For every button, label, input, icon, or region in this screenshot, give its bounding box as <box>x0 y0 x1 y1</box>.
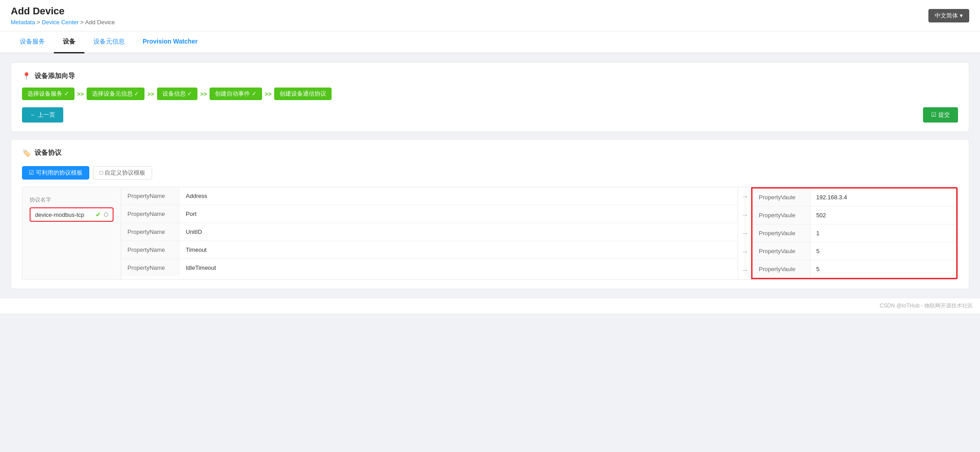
main-content: 📍 设备添加向导 选择设备服务 ✓ >> 选择设备元信息 ✓ >> 设备信息 ✓… <box>0 53 980 298</box>
step-4: 创建自动事件 ✓ <box>210 88 262 100</box>
right-prop-input-4[interactable] <box>811 262 956 276</box>
top-bar: Add Device Metadata > Device Center > Ad… <box>0 0 980 31</box>
step-arrow-3: >> <box>200 91 207 97</box>
template-tab-custom[interactable]: □ 自定义协议模板 <box>93 166 152 180</box>
step-5: 创建设备通信协议 <box>274 88 332 100</box>
footer-note: CSDN @IoTHub - 物联网开源技术社区 <box>0 298 980 313</box>
submit-button[interactable]: ☑ 提交 <box>923 107 958 123</box>
step-arrow-4: >> <box>265 91 271 97</box>
prop-name-3: PropertyName <box>121 241 179 259</box>
prop-name-2: PropertyName <box>121 223 179 241</box>
step-2: 选择设备元信息 ✓ <box>87 88 145 100</box>
protocol-title: 🏷️ 设备协议 <box>22 149 958 157</box>
right-prop-row-2: PropertyVaule <box>752 224 956 242</box>
wizard-card: 📍 设备添加向导 选择设备服务 ✓ >> 选择设备元信息 ✓ >> 设备信息 ✓… <box>11 62 969 132</box>
arrow-3: → <box>738 248 752 256</box>
prop-row-4: PropertyName IdleTimeout <box>121 259 738 276</box>
right-prop-name-2: PropertyVaule <box>752 224 811 242</box>
right-prop-name-0: PropertyVaule <box>752 189 811 206</box>
prop-value-4: IdleTimeout <box>179 259 738 276</box>
arrow-connectors: → → → → → <box>738 187 751 279</box>
back-button[interactable]: ← 上一页 <box>22 107 63 123</box>
step-arrow-2: >> <box>147 91 154 97</box>
step-1: 选择设备服务 ✓ <box>22 88 74 100</box>
step-arrow-1: >> <box>77 91 84 97</box>
breadcrumb-metadata[interactable]: Metadata <box>11 19 35 26</box>
prop-row-3: PropertyName Timeout <box>121 241 738 259</box>
tab-device-service[interactable]: 设备服务 <box>11 31 54 53</box>
prop-row-2: PropertyName UnitID <box>121 223 738 241</box>
right-prop-name-1: PropertyVaule <box>752 206 811 224</box>
template-tabs: ☑ 可利用的协议模板 □ 自定义协议模板 <box>22 166 958 180</box>
protocol-card: 🏷️ 设备协议 ☑ 可利用的协议模板 □ 自定义协议模板 协议名字 device… <box>11 139 969 289</box>
arrow-1: → <box>738 211 752 219</box>
prop-value-1: Port <box>179 205 738 223</box>
right-panel: PropertyVaule PropertyVaule PropertyVaul… <box>751 187 958 279</box>
protocol-body: 协议名字 device-modbus-tcp ✔ ⬡ PropertyName … <box>22 187 958 280</box>
protocol-select-text: device-modbus-tcp <box>35 211 93 218</box>
prop-name-1: PropertyName <box>121 205 179 223</box>
wizard-icon: 📍 <box>22 72 31 80</box>
right-prop-name-4: PropertyVaule <box>752 260 811 278</box>
right-prop-row-4: PropertyVaule <box>752 260 956 278</box>
right-prop-row-1: PropertyVaule <box>752 206 956 224</box>
prop-value-3: Timeout <box>179 241 738 259</box>
right-prop-input-1[interactable] <box>811 208 956 222</box>
right-prop-input-2[interactable] <box>811 226 956 240</box>
middle-panel: PropertyName Address PropertyName Port P… <box>121 187 738 279</box>
right-prop-row-0: PropertyVaule <box>752 189 956 206</box>
right-prop-name-3: PropertyVaule <box>752 242 811 260</box>
left-panel: 协议名字 device-modbus-tcp ✔ ⬡ <box>22 187 121 279</box>
arrow-4: → <box>738 266 752 274</box>
tab-provision-watcher[interactable]: Provision Watcher <box>134 31 206 53</box>
breadcrumb-device-center[interactable]: Device Center <box>42 19 79 26</box>
arrow-2: → <box>738 229 752 237</box>
tab-device[interactable]: 设备 <box>54 31 84 53</box>
prop-name-0: PropertyName <box>121 187 179 205</box>
arrow-0: → <box>738 193 752 201</box>
tab-device-meta[interactable]: 设备元信息 <box>84 31 134 53</box>
prop-row-1: PropertyName Port <box>121 205 738 223</box>
breadcrumb-current: Add Device <box>85 19 115 26</box>
prop-value-2: UnitID <box>179 223 738 241</box>
right-prop-row-3: PropertyVaule <box>752 242 956 260</box>
prop-name-4: PropertyName <box>121 259 179 276</box>
protocol-select-wrapper[interactable]: device-modbus-tcp ✔ ⬡ <box>30 207 114 222</box>
wizard-title: 📍 设备添加向导 <box>22 72 958 80</box>
right-prop-input-0[interactable] <box>811 190 956 204</box>
tab-bar: 设备服务 设备 设备元信息 Provision Watcher <box>0 31 980 53</box>
template-tab-available[interactable]: ☑ 可利用的协议模板 <box>22 166 89 180</box>
prop-row-0: PropertyName Address <box>121 187 738 205</box>
protocol-icon: 🏷️ <box>22 149 31 157</box>
page-title: Add Device <box>11 5 115 17</box>
lang-button[interactable]: 中文简体 ▾ <box>928 9 969 22</box>
action-row: ← 上一页 ☑ 提交 <box>22 107 958 123</box>
step-3: 设备信息 ✓ <box>157 88 198 100</box>
steps-row: 选择设备服务 ✓ >> 选择设备元信息 ✓ >> 设备信息 ✓ >> 创建自动事… <box>22 88 958 100</box>
prop-value-0: Address <box>179 187 738 205</box>
check-icon: ✔ <box>96 211 101 218</box>
breadcrumb: Metadata > Device Center > Add Device <box>11 19 115 26</box>
right-prop-input-3[interactable] <box>811 244 956 258</box>
protocol-name-label: 协议名字 <box>30 196 114 204</box>
dropdown-icon: ⬡ <box>104 211 108 218</box>
